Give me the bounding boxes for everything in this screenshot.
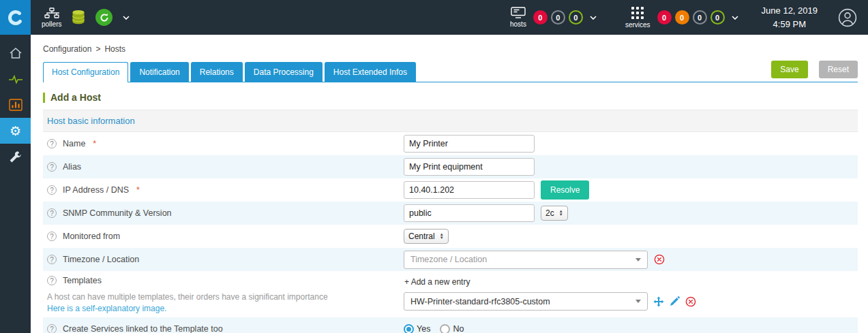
sidebar-item-monitoring[interactable] [0, 66, 31, 92]
user-avatar[interactable] [838, 8, 857, 27]
hosts-down-badge[interactable]: 0 [533, 10, 548, 25]
heartbeat-icon [8, 74, 23, 84]
services-critical-badge[interactable]: 0 [657, 10, 672, 25]
tab-host-configuration[interactable]: Host Configuration [43, 62, 128, 82]
template-move-handle[interactable] [653, 296, 664, 307]
timezone-label: Timezone / Location [63, 255, 139, 264]
monitored-from-value: Central [408, 232, 435, 241]
bar-chart-icon [9, 99, 23, 111]
help-icon[interactable]: ? [47, 139, 57, 148]
hosts-label: hosts [510, 20, 526, 28]
pollers-chevron-down-icon[interactable] [123, 16, 130, 20]
help-icon[interactable]: ? [47, 208, 57, 218]
tab-relations[interactable]: Relations [191, 62, 243, 82]
dropdown-arrow-icon [635, 300, 641, 303]
radio-no[interactable] [440, 324, 450, 333]
pollers-label: pollers [42, 20, 61, 28]
user-icon [838, 8, 857, 27]
pollers-menu[interactable]: pollers [42, 7, 61, 28]
radio-yes[interactable] [404, 324, 414, 333]
page-title-text: Add a Host [50, 92, 101, 103]
timezone-placeholder: Timezone / Location [410, 255, 635, 264]
form-row-snmp: ? SNMP Community & Version 2c ▲▼ [43, 202, 858, 225]
monitored-from-select[interactable]: Central ▲▼ [404, 229, 449, 244]
help-icon[interactable]: ? [47, 162, 57, 172]
services-status-group: services 0 0 0 0 [625, 7, 738, 29]
snmp-community-input[interactable] [404, 204, 535, 222]
radio-no-label[interactable]: No [453, 324, 464, 333]
create-services-radio-group: Yes No [404, 324, 470, 333]
tab-data-processing[interactable]: Data Processing [245, 62, 323, 82]
tab-host-extended-infos[interactable]: Host Extended Infos [325, 62, 416, 82]
hosts-unreachable-badge[interactable]: 0 [551, 10, 565, 25]
database-status-icon[interactable] [72, 10, 85, 25]
help-icon[interactable]: ? [47, 276, 57, 285]
help-icon[interactable]: ? [47, 232, 57, 241]
circle-x-icon [654, 254, 665, 265]
hosts-up-badge[interactable]: 0 [569, 10, 583, 25]
home-icon [9, 47, 23, 59]
resolve-button[interactable]: Resolve [541, 180, 589, 200]
timezone-clear-button[interactable] [654, 254, 665, 265]
main-content: Configuration > Hosts Host Configuration… [31, 35, 868, 333]
ip-address-input[interactable] [404, 181, 535, 199]
template-delete-button[interactable] [685, 296, 696, 307]
templates-help-text: A host can have multiple templates, thei… [47, 292, 404, 302]
form-row-alias: ? Alias [43, 155, 858, 178]
services-unknown-badge[interactable]: 0 [693, 10, 707, 25]
wrench-icon [9, 150, 22, 163]
hosts-icon [511, 7, 526, 18]
hosts-chevron-down-icon[interactable] [590, 16, 597, 20]
name-label: Name [63, 139, 85, 148]
form-row-create-services: ? Create Services linked to the Template… [43, 317, 858, 333]
gear-icon: ⚙ [10, 125, 21, 138]
poller-ok-status-icon[interactable] [95, 9, 113, 26]
alias-label: Alias [63, 162, 81, 172]
breadcrumb-separator: > [95, 44, 100, 54]
hosts-badges: 0 0 0 [533, 10, 597, 25]
services-label: services [625, 21, 650, 29]
services-warning-badge[interactable]: 0 [675, 10, 689, 25]
template-select-value: HW-Printer-standard-rfc3805-custom [410, 297, 635, 306]
monitored-from-label: Monitored from [63, 232, 120, 241]
sidebar-item-home[interactable] [0, 40, 31, 66]
services-badges: 0 0 0 0 [657, 10, 738, 25]
centreon-logo[interactable] [0, 0, 31, 35]
template-select[interactable]: HW-Printer-standard-rfc3805-custom [404, 292, 648, 311]
clock: June 12, 2019 4:59 PM [762, 4, 818, 31]
tab-actions: Save Reset [771, 61, 858, 78]
topbar: pollers [0, 0, 868, 35]
services-ok-badge[interactable]: 0 [710, 10, 725, 25]
add-template-entry-link[interactable]: + Add a new entry [404, 277, 696, 287]
sidebar-item-administration[interactable] [0, 144, 31, 170]
alias-input[interactable] [404, 158, 535, 176]
services-menu[interactable]: services [625, 7, 650, 29]
templates-help-link[interactable]: Here is a self-explanatory image. [47, 304, 404, 313]
save-button[interactable]: Save [771, 61, 807, 78]
tab-notification[interactable]: Notification [130, 62, 188, 82]
breadcrumb-section[interactable]: Configuration [43, 44, 91, 54]
select-arrows-icon: ▲▼ [440, 233, 444, 240]
centreon-logo-icon [7, 9, 25, 27]
name-input[interactable] [404, 135, 535, 153]
breadcrumb-page[interactable]: Hosts [104, 44, 125, 54]
required-marker: * [93, 139, 96, 148]
snmp-version-select[interactable]: 2c ▲▼ [541, 206, 568, 221]
snmp-version-value: 2c [545, 208, 554, 218]
radio-yes-label[interactable]: Yes [417, 324, 430, 333]
title-accent-bar [43, 93, 45, 103]
reset-button[interactable]: Reset [819, 61, 858, 78]
help-icon[interactable]: ? [47, 185, 57, 195]
help-icon[interactable]: ? [47, 255, 57, 264]
sidebar-item-configuration[interactable]: ⚙ [0, 118, 31, 144]
pollers-icon [44, 7, 59, 18]
topbar-right: hosts 0 0 0 services [510, 4, 857, 31]
sidebar-item-reporting[interactable] [0, 92, 31, 118]
hosts-menu[interactable]: hosts [510, 7, 526, 28]
services-chevron-down-icon[interactable] [732, 16, 738, 20]
tab-bar: Host Configuration Notification Relation… [43, 61, 858, 82]
template-edit-button[interactable] [670, 296, 680, 306]
help-icon[interactable]: ? [47, 324, 57, 333]
timezone-select[interactable]: Timezone / Location [404, 251, 648, 269]
move-icon [653, 296, 664, 307]
